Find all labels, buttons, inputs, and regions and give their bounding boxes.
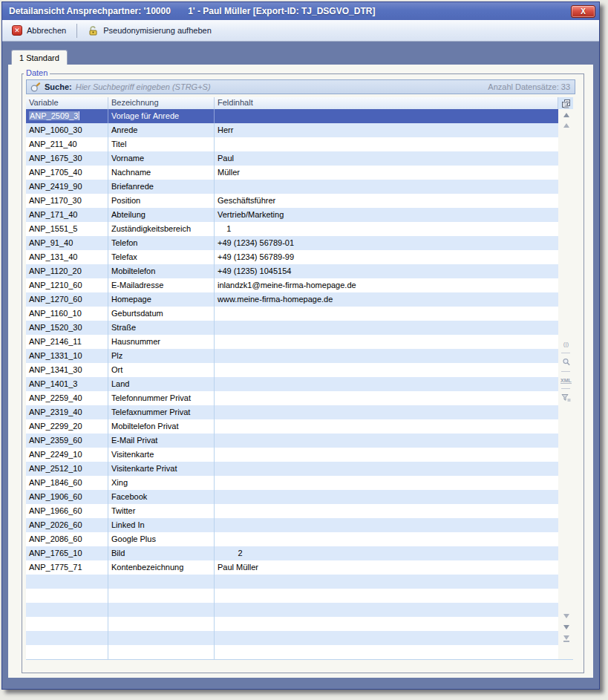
- scroll-to-bottom-button[interactable]: [560, 633, 572, 644]
- band-chooser-button[interactable]: (|): [560, 339, 572, 350]
- column-header-variable[interactable]: Variable: [26, 97, 108, 109]
- column-header-bezeichnung[interactable]: Bezeichnung: [108, 97, 215, 109]
- cell-bezeichnung: Mobiltelefon Privat: [108, 419, 215, 434]
- page-up-button[interactable]: [560, 110, 572, 120]
- cell-bezeichnung: [108, 575, 215, 589]
- table-row[interactable]: ANP_2419_90 Briefanrede: [26, 180, 558, 194]
- page-down-button[interactable]: [560, 622, 572, 632]
- cell-feldinhalt: [215, 617, 558, 631]
- search-icon: [30, 82, 41, 93]
- table-row[interactable]: ANP_211_40 Titel: [26, 137, 558, 151]
- cell-feldinhalt: [215, 518, 558, 532]
- filter-button[interactable]: [560, 393, 572, 403]
- table-row[interactable]: ANP_1675_30 Vorname Paul: [26, 151, 558, 166]
- unpseudonymize-button[interactable]: Pseudonymisierung aufheben: [82, 23, 217, 39]
- cell-variable: ANP_1775_71: [26, 560, 108, 575]
- cell-variable: ANP_1270_60: [26, 292, 108, 307]
- table-row[interactable]: ANP_2259_40 Telefonnummer Privat: [26, 391, 558, 405]
- table-row[interactable]: ANP_1705_40 Nachname Müller: [26, 166, 558, 180]
- cell-variable: ANP_2146_11: [26, 335, 108, 349]
- table-row[interactable]: ANP_2146_11 Hausnummer: [26, 335, 558, 349]
- groupbox-label: Daten: [24, 68, 50, 77]
- cell-variable: ANP_1060_30: [26, 123, 108, 137]
- cell-feldinhalt: [215, 631, 558, 645]
- table-row[interactable]: ANP_2086_60 Google Plus: [26, 532, 558, 546]
- table-row[interactable]: ANP_2319_40 Telefaxnummer Privat: [26, 405, 558, 419]
- row-down-icon: [563, 614, 569, 618]
- zoom-button[interactable]: [560, 357, 572, 367]
- filler-row[interactable]: [26, 645, 558, 659]
- row-up-button[interactable]: [560, 120, 572, 131]
- table-row[interactable]: ANP_2026_60 Linked In: [26, 518, 558, 532]
- table-row[interactable]: ANP_1520_30 Straße: [26, 321, 558, 335]
- table-row[interactable]: ANP_1170_30 Position Geschäftsführer: [26, 194, 558, 208]
- cell-variable: ANP_1160_10: [26, 307, 108, 321]
- cell-feldinhalt: +49 (1234) 56789-99: [215, 250, 558, 264]
- filler-row[interactable]: [26, 575, 558, 589]
- table-row[interactable]: ANP_1270_60 Homepage www.meine-firma-hom…: [26, 292, 558, 307]
- xml-icon: XML: [560, 378, 572, 384]
- cell-feldinhalt: [215, 335, 558, 349]
- filler-row[interactable]: [26, 617, 558, 631]
- cell-bezeichnung: Telefon: [108, 236, 215, 250]
- table-row[interactable]: ANP_1060_30 Anrede Herr: [26, 123, 558, 137]
- cell-bezeichnung: [108, 603, 215, 617]
- cell-variable: [26, 575, 108, 589]
- cell-variable: ANP_2299_20: [26, 419, 108, 434]
- table-row[interactable]: ANP_1120_20 Mobiltelefon +49 (1235) 1045…: [26, 264, 558, 278]
- cell-feldinhalt: [215, 434, 558, 448]
- xml-button[interactable]: XML: [560, 376, 572, 386]
- table-row[interactable]: ANP_2512_10 Visitenkarte Privat: [26, 462, 558, 476]
- table-row[interactable]: ANP_1966_60 Twitter: [26, 504, 558, 518]
- table-row[interactable]: ANP_1846_60 Xing: [26, 476, 558, 490]
- cell-bezeichnung: Telefaxnummer Privat: [108, 405, 215, 419]
- cell-variable: ANP_1331_10: [26, 349, 108, 363]
- cell-bezeichnung: Straße: [108, 321, 215, 335]
- cell-variable: ANP_1170_30: [26, 194, 108, 208]
- scroll-to-top-icon: [563, 102, 569, 103]
- cell-feldinhalt: www.meine-firma-homepage.de: [215, 292, 558, 307]
- table-row[interactable]: ANP_2299_20 Mobiltelefon Privat: [26, 419, 558, 434]
- search-label: Suche:: [45, 82, 72, 91]
- filler-row[interactable]: [26, 603, 558, 617]
- cell-feldinhalt: +49 (1234) 56789-01: [215, 236, 558, 250]
- table-row[interactable]: ANP_1341_30 Ort: [26, 363, 558, 377]
- table-row[interactable]: ANP_1331_10 Plz: [26, 349, 558, 363]
- cell-feldinhalt: Müller: [215, 166, 558, 180]
- search-input[interactable]: Hier Suchbegriff eingeben (STRG+S): [76, 82, 485, 91]
- table-row[interactable]: ANP_131_40 Telefax +49 (1234) 56789-99: [26, 250, 558, 264]
- close-button[interactable]: X: [571, 5, 595, 18]
- cell-feldinhalt: [215, 180, 558, 194]
- table-row[interactable]: ANP_1210_60 E-Mailadresse inlandzk1@mein…: [26, 278, 558, 292]
- table-row[interactable]: ANP_1775_71 Kontenbezeichnung Paul Mülle…: [26, 560, 558, 575]
- cell-bezeichnung: Vorname: [108, 151, 215, 166]
- table-row[interactable]: ANP_1765_10 Bild 2: [26, 546, 558, 560]
- table-row[interactable]: ANP_1551_5 Zuständigkeitsbereich 1: [26, 222, 558, 236]
- daten-groupbox: Daten Suche: Hier Suchbegriff eingeben (…: [22, 73, 584, 673]
- table-row[interactable]: ANP_171_40 Abteilung Vertrieb/Marketing: [26, 208, 558, 222]
- rail-separator: [561, 388, 570, 389]
- row-down-button[interactable]: [560, 611, 572, 621]
- table-row[interactable]: ANP_91_40 Telefon +49 (1234) 56789-01: [26, 236, 558, 250]
- filler-row[interactable]: [26, 631, 558, 645]
- cell-bezeichnung: E-Mail Privat: [108, 434, 215, 448]
- abort-button[interactable]: ✕ Abbrechen: [7, 23, 71, 38]
- table-row[interactable]: ANP_1160_10 Geburtsdatum: [26, 307, 558, 321]
- cell-variable: ANP_1675_30: [26, 151, 108, 166]
- table-row[interactable]: ANP_1401_3 Land: [26, 377, 558, 391]
- filler-row[interactable]: [26, 589, 558, 603]
- cell-variable: ANP_2509_3: [26, 109, 108, 123]
- page-down-icon: [563, 625, 569, 629]
- close-icon: X: [581, 7, 586, 16]
- cell-variable: ANP_2359_60: [26, 434, 108, 448]
- table-row[interactable]: ANP_1906_60 Facebook: [26, 490, 558, 504]
- table-row[interactable]: ANP_2359_60 E-Mail Privat: [26, 434, 558, 448]
- table-row[interactable]: ANP_2509_3 Vorlage für Anrede: [26, 109, 558, 123]
- table-row[interactable]: ANP_2249_10 Visitenkarte: [26, 448, 558, 462]
- cell-bezeichnung: Nachname: [108, 166, 215, 180]
- cell-bezeichnung: Telefonnummer Privat: [108, 391, 215, 405]
- cell-bezeichnung: Linked In: [108, 518, 215, 532]
- column-header-feldinhalt[interactable]: Feldinhalt: [215, 97, 558, 109]
- tab-standard[interactable]: 1 Standard: [11, 50, 68, 65]
- scroll-to-top-button[interactable]: [560, 99, 572, 110]
